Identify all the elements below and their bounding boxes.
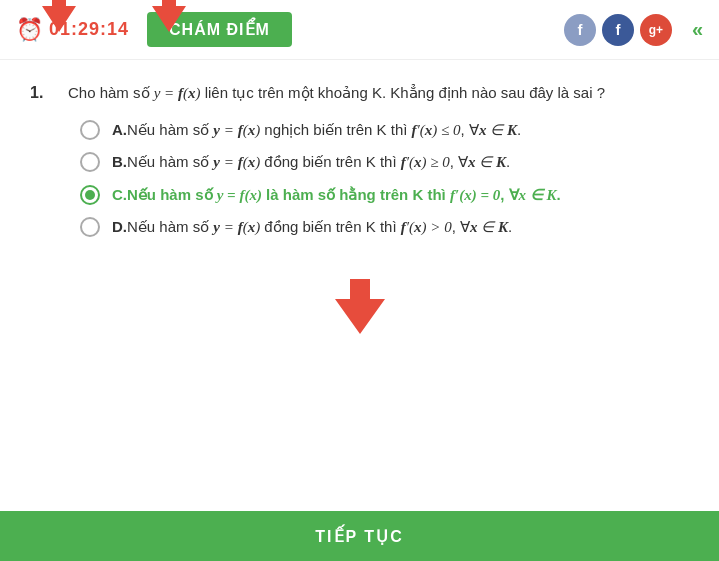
social-icons-area: f f g+ « xyxy=(564,14,703,46)
radio-b[interactable] xyxy=(80,152,100,172)
svg-marker-1 xyxy=(152,0,186,32)
radio-dot-c xyxy=(85,190,95,200)
option-a-text: A.Nếu hàm số y = f(x) nghịch biến trên K… xyxy=(112,119,521,142)
question-row: 1. Cho hàm số y = f(x) liên tục trên một… xyxy=(30,82,689,105)
radio-a[interactable] xyxy=(80,120,100,140)
option-b-text: B.Nếu hàm số y = f(x) đồng biến trên K t… xyxy=(112,151,510,174)
arrow-down-2 xyxy=(152,0,186,36)
option-c[interactable]: C.Nếu hàm số y = f(x) là hàm số hằng trê… xyxy=(80,184,689,207)
arrow-down-1 xyxy=(42,0,76,36)
next-arrow-icon xyxy=(335,279,385,334)
tiep-tuc-bar[interactable]: TIẾP TỤC xyxy=(0,511,719,561)
facebook-light-icon[interactable]: f xyxy=(564,14,596,46)
collapse-button[interactable]: « xyxy=(692,18,703,41)
option-d[interactable]: D.Nếu hàm số y = f(x) đồng biến trên K t… xyxy=(80,216,689,239)
svg-marker-0 xyxy=(42,0,76,32)
question-number: 1. xyxy=(30,82,50,102)
alarm-icon: ⏰ xyxy=(16,17,43,43)
header: ⏰ 01:29:14 CHÁM ĐIỂM f f g+ « xyxy=(0,0,719,60)
question-text: Cho hàm số y = f(x) liên tục trên một kh… xyxy=(68,82,605,105)
options-list: A.Nếu hàm số y = f(x) nghịch biến trên K… xyxy=(80,119,689,239)
radio-c[interactable] xyxy=(80,185,100,205)
main-content: 1. Cho hàm số y = f(x) liên tục trên một… xyxy=(0,60,719,354)
facebook-dark-icon[interactable]: f xyxy=(602,14,634,46)
option-a[interactable]: A.Nếu hàm số y = f(x) nghịch biến trên K… xyxy=(80,119,689,142)
tiep-tuc-button[interactable]: TIẾP TỤC xyxy=(315,527,403,546)
option-c-text: C.Nếu hàm số y = f(x) là hàm số hằng trê… xyxy=(112,184,561,207)
next-arrow-container xyxy=(30,279,689,334)
googleplus-icon[interactable]: g+ xyxy=(640,14,672,46)
option-b[interactable]: B.Nếu hàm số y = f(x) đồng biến trên K t… xyxy=(80,151,689,174)
option-d-text: D.Nếu hàm số y = f(x) đồng biến trên K t… xyxy=(112,216,512,239)
svg-marker-2 xyxy=(335,279,385,334)
radio-d[interactable] xyxy=(80,217,100,237)
